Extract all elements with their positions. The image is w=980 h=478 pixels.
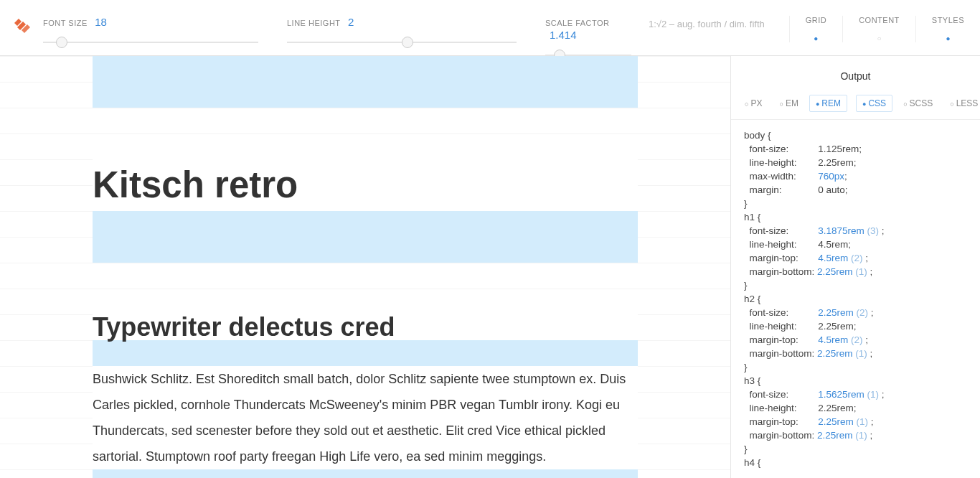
line-height-control: LINE HEIGHT 2 [273, 16, 531, 43]
scale-factor-control: SCALE FACTOR 1.414 [531, 16, 646, 56]
view-toggles: GRID ● CONTENT ○ STYLES ● [789, 16, 980, 42]
toggle-content-indicator: ○ [859, 34, 900, 42]
preview-paragraph-1: Bushwick Schlitz. Est Shoreditch small b… [93, 366, 638, 469]
preview-pane: Kitsch retro Typewriter delectus cred Bu… [0, 56, 730, 478]
output-panel: Output PX EM REM CSS SCSS LESS STYL body… [730, 56, 980, 478]
font-size-slider[interactable] [43, 42, 258, 43]
font-size-slider-thumb[interactable] [56, 37, 67, 48]
scale-factor-description: 1:√2 – aug. fourth / dim. fifth [646, 16, 778, 29]
tab-em[interactable]: EM [773, 95, 804, 112]
font-size-value: 18 [95, 16, 107, 28]
line-height-slider[interactable] [287, 42, 517, 43]
tab-scss[interactable]: SCSS [897, 95, 939, 112]
font-size-label: FONT SIZE [43, 19, 88, 27]
scale-factor-value: 1.414 [550, 29, 577, 41]
output-code[interactable]: body { font-size: 1.125rem; line-height:… [731, 120, 980, 478]
toggle-content[interactable]: CONTENT ○ [842, 16, 915, 42]
line-height-label: LINE HEIGHT [287, 19, 341, 27]
toggle-grid-indicator: ● [806, 34, 827, 42]
scale-factor-label: SCALE FACTOR [545, 19, 610, 27]
tab-rem[interactable]: REM [809, 95, 847, 112]
tab-less[interactable]: LESS [943, 95, 980, 112]
tab-px[interactable]: PX [738, 95, 768, 112]
preview-h1: Kitsch retro [93, 159, 638, 211]
preview-h2: Typewriter delectus cred [93, 314, 638, 340]
line-height-slider-thumb[interactable] [402, 37, 413, 48]
output-title: Output [731, 56, 980, 95]
output-tabs: PX EM REM CSS SCSS LESS STYL [731, 95, 980, 120]
font-size-control: FONT SIZE 18 [29, 16, 273, 43]
toggle-grid[interactable]: GRID ● [789, 16, 843, 42]
top-toolbar: FONT SIZE 18 LINE HEIGHT 2 SCALE FACTOR … [0, 0, 980, 56]
toggle-styles[interactable]: STYLES ● [915, 16, 980, 42]
line-height-value: 2 [348, 16, 354, 28]
toggle-styles-indicator: ● [932, 34, 964, 42]
logo-icon [0, 16, 29, 37]
tab-css[interactable]: CSS [856, 95, 892, 112]
